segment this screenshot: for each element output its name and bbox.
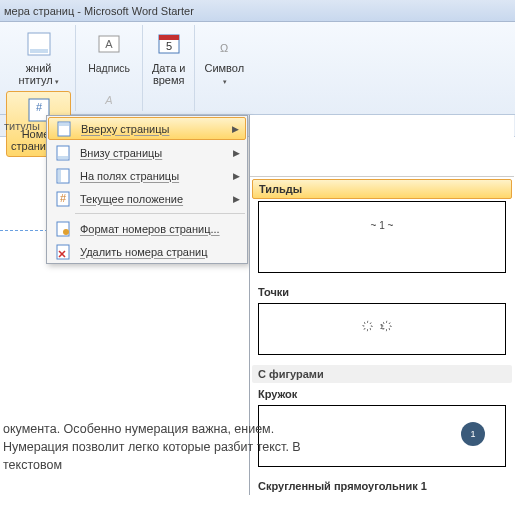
gallery-header-tildes: Тильды — [252, 179, 512, 199]
gallery-preview-dots[interactable]: ҉ 1 ҉ — [258, 303, 506, 355]
document-text: окумента. Особенно нумерация важна, ение… — [3, 420, 333, 474]
page-margins-icon — [54, 167, 72, 185]
footer-icon — [23, 28, 55, 60]
menu-bottom-of-page[interactable]: Внизу страницы ▶ — [47, 141, 247, 164]
gallery-header-rounded: Скругленный прямоугольник 1 — [250, 477, 514, 495]
svg-text:#: # — [60, 192, 67, 204]
format-icon — [54, 220, 72, 238]
datetime-icon: 5 — [153, 28, 185, 60]
page-number-menu: Вверху страницы ▶ Внизу страницы ▶ На по… — [46, 115, 248, 264]
gallery-preview-tildes[interactable]: ~ 1 ~ — [258, 201, 506, 273]
circle-badge: 1 — [461, 422, 485, 446]
svg-rect-1 — [30, 49, 48, 53]
page-bottom-icon — [54, 144, 72, 162]
gallery-header-circle: Кружок — [250, 385, 514, 403]
svg-rect-19 — [58, 156, 68, 159]
gallery-section-shapes: С фигурами — [252, 365, 512, 383]
svg-text:A: A — [104, 94, 112, 106]
menu-top-of-page[interactable]: Вверху страницы ▶ — [48, 117, 246, 140]
svg-point-25 — [63, 229, 69, 235]
ribbon: жнийнтитул▾ # Номерстраницы▾ A Надпись A… — [0, 22, 515, 115]
footer-button[interactable]: жнийнтитул▾ — [14, 25, 64, 91]
menu-format-numbers[interactable]: Формат номеров страниц... — [47, 217, 247, 240]
menu-current-position[interactable]: # Текущее положение ▶ — [47, 187, 247, 210]
symbol-icon: Ω — [208, 28, 240, 60]
svg-rect-21 — [58, 170, 61, 182]
menu-separator — [75, 213, 245, 214]
wordart-icon: A — [93, 80, 125, 112]
datetime-button[interactable]: 5 Дата ивремя — [147, 25, 191, 89]
svg-text:Ω: Ω — [220, 42, 228, 54]
symbol-button[interactable]: Ω Символ▾ — [199, 25, 249, 91]
window-title: мера страниц - Microsoft Word Starter — [0, 0, 515, 22]
svg-text:#: # — [36, 101, 43, 113]
submenu-arrow-icon: ▶ — [233, 194, 240, 204]
remove-icon — [54, 243, 72, 261]
page-top-icon — [55, 120, 73, 138]
submenu-arrow-icon: ▶ — [232, 124, 239, 134]
current-position-icon: # — [54, 190, 72, 208]
svg-text:5: 5 — [166, 40, 172, 52]
textbox-button[interactable]: A Надпись — [83, 25, 135, 77]
menu-page-margins[interactable]: На полях страницы ▶ — [47, 164, 247, 187]
submenu-arrow-icon: ▶ — [233, 148, 240, 158]
svg-rect-17 — [59, 123, 69, 126]
textbox-icon: A — [93, 28, 125, 60]
gallery-header-dots: Точки — [250, 283, 514, 301]
svg-text:A: A — [105, 38, 113, 50]
menu-remove-numbers[interactable]: Удалить номера страниц — [47, 240, 247, 263]
submenu-arrow-icon: ▶ — [233, 171, 240, 181]
